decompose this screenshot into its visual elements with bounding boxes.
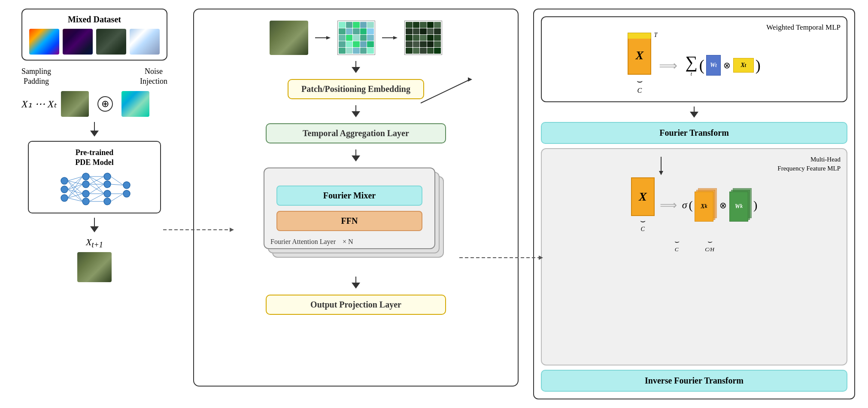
ffm-content: X ⌣ C ⟹ σ ( Xk — [548, 177, 841, 233]
patch-grid-2 — [404, 21, 442, 55]
svg-line-33 — [89, 194, 104, 201]
inverse-fourier-box: Inverse Fourier Transform — [541, 370, 847, 392]
svg-point-0 — [61, 177, 68, 184]
plus-operator: ⊕ — [97, 96, 113, 112]
svg-point-2 — [61, 195, 68, 201]
svg-point-11 — [123, 182, 130, 189]
c-label-3: C — [675, 246, 679, 253]
svg-point-9 — [104, 190, 111, 197]
fourier-attention-label: Fourier Attention Layer × N — [270, 238, 353, 246]
mixed-dataset-title: Mixed Dataset — [29, 15, 160, 24]
dataset-image-heat — [29, 29, 59, 55]
x-block-wrapper: T X — [628, 36, 651, 75]
sampling-col: SamplingPadding — [21, 67, 51, 87]
x-stack: X — [628, 36, 651, 75]
wtm-title: Weighted Temporal MLP — [548, 23, 841, 32]
arrow-down-1 — [90, 122, 99, 137]
svg-marker-40 — [326, 36, 331, 40]
c-brace-bottom: ⌣ — [637, 76, 643, 87]
otimes-2: ⊗ — [719, 200, 727, 210]
x-large-group: X ⌣ C — [631, 177, 655, 233]
middle-panel: Patch/Positioning Embedding Temporal Agg… — [193, 9, 519, 387]
svg-point-5 — [82, 190, 89, 197]
x-large-block: X — [631, 177, 655, 216]
svg-line-38 — [111, 194, 123, 201]
fourier-main-box: Fourier Mixer FFN Fourier Attention Laye… — [264, 167, 435, 249]
xt-group: Xt — [733, 58, 754, 73]
fourier-transform-box: Fourier Transform — [541, 122, 847, 144]
xt1-image — [77, 252, 112, 282]
c-label-2: C — [641, 226, 645, 233]
xk-stack: Xk — [695, 188, 717, 222]
noise-label: NoiseInjection — [140, 67, 167, 87]
dataset-image-eye — [130, 29, 160, 55]
gray-arrow-1: ⟹ — [659, 58, 677, 73]
arrow-mid-2 — [352, 105, 360, 117]
svg-point-12 — [123, 190, 130, 197]
arrow-right-1 — [314, 34, 331, 41]
patch-embedding-box: Patch/Positioning Embedding — [288, 79, 424, 99]
sampling-label: SamplingPadding — [21, 67, 51, 87]
dataset-image-green — [96, 29, 126, 55]
neural-net-svg — [56, 172, 133, 207]
sigma-group: ∑ t — [685, 54, 698, 77]
ffn-box: FFN — [276, 211, 422, 231]
dataset-image-dark — [63, 29, 93, 55]
x-block: X — [628, 36, 651, 75]
mixed-dataset-box: Mixed Dataset — [21, 9, 167, 61]
paren-open-2: ( — [689, 198, 693, 212]
c-brace-group: ⌣ C — [674, 237, 679, 253]
temporal-agg-box: Temporal Aggregation Layer — [266, 123, 446, 143]
sigma-symbol: σ — [682, 199, 687, 211]
main-wrapper: Mixed Dataset SamplingPadding NoiseInjec… — [0, 0, 868, 408]
c-brace-2: ⌣ — [640, 216, 646, 226]
xk-front: Xk — [695, 192, 713, 222]
pretrained-title: Pre-trained PDE Model — [75, 148, 114, 168]
xt-block: Xt — [733, 58, 754, 73]
ffm-title: Multi-Head Frequency Feature MLP — [548, 155, 841, 173]
xt1-label: Xt+1 — [86, 237, 103, 250]
sum-symbol: ∑ — [685, 54, 698, 71]
paren-close: ) — [756, 56, 761, 74]
arrow-mid-3 — [352, 149, 360, 161]
x-matrix-group: T X ⌣ C — [628, 36, 651, 94]
svg-point-3 — [82, 173, 89, 180]
gray-arrow-2: ⟹ — [660, 198, 677, 212]
wt-group: Wt — [706, 55, 721, 76]
c-label: C — [637, 87, 642, 94]
x1xt-label: X₁ ⋯ Xₜ — [21, 98, 57, 110]
top-images-row — [270, 21, 442, 55]
ch-label: C/H — [705, 246, 714, 253]
fourier-mixer-box: Fourier Mixer — [276, 186, 422, 206]
sum-formula: ∑ t ( Wt ⊗ Xt — [685, 54, 761, 77]
wk-stack: Wk — [729, 188, 752, 222]
patch-grid-1 — [337, 21, 375, 55]
left-panel: Mixed Dataset SamplingPadding NoiseInjec… — [13, 9, 176, 378]
svg-line-35 — [111, 177, 123, 185]
pretrained-box: Pre-trained PDE Model — [28, 141, 161, 213]
svg-line-27 — [89, 177, 104, 194]
sum-subscript: t — [691, 71, 692, 77]
paren-open: ( — [699, 56, 704, 74]
svg-point-8 — [104, 181, 111, 188]
dataset-images — [29, 29, 160, 55]
svg-point-7 — [104, 173, 111, 180]
wk-front: Wk — [729, 192, 748, 222]
input-image-sample — [61, 91, 89, 117]
arrow-mid-1 — [352, 61, 360, 73]
wtm-box: Weighted Temporal MLP T X ⌣ C — [541, 16, 847, 102]
t-label: T — [654, 32, 657, 39]
input-image — [270, 21, 308, 55]
paren-close-2: ) — [753, 198, 757, 212]
svg-line-18 — [68, 184, 82, 189]
noise-col: NoiseInjection — [140, 67, 167, 87]
fourier-attention-stack: Fourier Mixer FFN Fourier Attention Laye… — [264, 167, 448, 262]
wt-block: Wt — [706, 55, 721, 76]
ffm-outer-box: Multi-Head Frequency Feature MLP X ⌣ C ⟹… — [541, 148, 847, 365]
output-proj-box: Output Projection Layer — [266, 295, 446, 315]
right-side-box: Weighted Temporal MLP T X ⌣ C — [533, 9, 855, 399]
center-right-wrapper: Patch/Positioning Embedding Temporal Agg… — [193, 9, 855, 399]
ch-brace-group: ⌣ C/H — [705, 237, 714, 253]
svg-point-4 — [82, 181, 89, 188]
arrow-mid-4 — [352, 277, 360, 289]
